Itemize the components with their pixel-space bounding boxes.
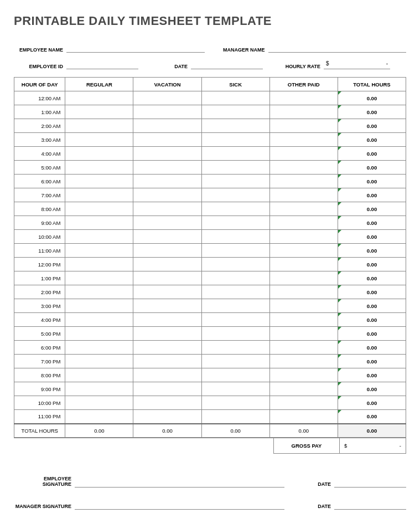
hourly-rate-field[interactable]: $ - [324,60,390,69]
cell-other[interactable] [269,119,338,133]
date-field[interactable] [191,60,263,69]
cell-vacation[interactable] [133,147,201,161]
manager-name-field[interactable] [268,44,407,53]
cell-sick[interactable] [201,341,269,355]
cell-other[interactable] [269,202,338,216]
cell-vacation[interactable] [133,230,201,244]
cell-vacation[interactable] [133,161,201,175]
cell-vacation[interactable] [133,355,201,368]
cell-sick[interactable] [201,313,269,327]
cell-vacation[interactable] [133,216,201,230]
cell-sick[interactable] [201,147,269,161]
cell-other[interactable] [269,396,338,410]
cell-sick[interactable] [201,355,269,368]
employee-id-field[interactable] [66,60,138,69]
cell-sick[interactable] [201,188,269,202]
cell-vacation[interactable] [133,313,201,327]
cell-regular[interactable] [65,161,133,175]
cell-other[interactable] [269,244,338,258]
cell-other[interactable] [269,382,338,396]
cell-regular[interactable] [65,327,133,341]
cell-regular[interactable] [65,147,133,161]
cell-vacation[interactable] [133,410,201,424]
cell-sick[interactable] [201,299,269,313]
cell-regular[interactable] [65,216,133,230]
cell-sick[interactable] [201,285,269,299]
manager-signature-field[interactable] [75,501,284,510]
cell-regular[interactable] [65,355,133,368]
cell-sick[interactable] [201,382,269,396]
cell-vacation[interactable] [133,91,201,105]
cell-regular[interactable] [65,119,133,133]
cell-regular[interactable] [65,105,133,119]
cell-vacation[interactable] [133,285,201,299]
cell-vacation[interactable] [133,119,201,133]
cell-other[interactable] [269,91,338,105]
cell-sick[interactable] [201,133,269,147]
cell-regular[interactable] [65,396,133,410]
cell-regular[interactable] [65,341,133,355]
cell-regular[interactable] [65,91,133,105]
cell-sick[interactable] [201,327,269,341]
cell-other[interactable] [269,258,338,271]
cell-other[interactable] [269,105,338,119]
cell-sick[interactable] [201,258,269,271]
cell-sick[interactable] [201,410,269,424]
cell-regular[interactable] [65,382,133,396]
cell-other[interactable] [269,175,338,188]
cell-vacation[interactable] [133,382,201,396]
cell-other[interactable] [269,271,338,285]
cell-sick[interactable] [201,91,269,105]
manager-sig-date-field[interactable] [334,501,406,510]
cell-regular[interactable] [65,410,133,424]
cell-other[interactable] [269,355,338,368]
cell-other[interactable] [269,313,338,327]
cell-sick[interactable] [201,202,269,216]
cell-vacation[interactable] [133,105,201,119]
cell-vacation[interactable] [133,396,201,410]
cell-sick[interactable] [201,105,269,119]
cell-other[interactable] [269,341,338,355]
cell-other[interactable] [269,188,338,202]
cell-regular[interactable] [65,285,133,299]
cell-regular[interactable] [65,244,133,258]
employee-name-field[interactable] [66,44,205,53]
cell-sick[interactable] [201,230,269,244]
cell-sick[interactable] [201,161,269,175]
cell-other[interactable] [269,368,338,382]
cell-vacation[interactable] [133,271,201,285]
cell-other[interactable] [269,147,338,161]
cell-regular[interactable] [65,175,133,188]
cell-vacation[interactable] [133,133,201,147]
cell-other[interactable] [269,161,338,175]
cell-sick[interactable] [201,368,269,382]
cell-vacation[interactable] [133,258,201,271]
cell-regular[interactable] [65,230,133,244]
cell-other[interactable] [269,410,338,424]
cell-other[interactable] [269,216,338,230]
cell-vacation[interactable] [133,327,201,341]
cell-sick[interactable] [201,175,269,188]
cell-other[interactable] [269,133,338,147]
cell-sick[interactable] [201,271,269,285]
cell-vacation[interactable] [133,299,201,313]
cell-other[interactable] [269,285,338,299]
cell-regular[interactable] [65,313,133,327]
cell-vacation[interactable] [133,175,201,188]
cell-vacation[interactable] [133,341,201,355]
cell-sick[interactable] [201,396,269,410]
cell-vacation[interactable] [133,368,201,382]
cell-vacation[interactable] [133,244,201,258]
cell-regular[interactable] [65,258,133,271]
cell-regular[interactable] [65,271,133,285]
cell-other[interactable] [269,299,338,313]
cell-regular[interactable] [65,133,133,147]
cell-vacation[interactable] [133,202,201,216]
cell-sick[interactable] [201,216,269,230]
cell-sick[interactable] [201,119,269,133]
cell-vacation[interactable] [133,188,201,202]
cell-sick[interactable] [201,244,269,258]
cell-regular[interactable] [65,188,133,202]
cell-regular[interactable] [65,299,133,313]
employee-signature-field[interactable] [75,479,284,488]
